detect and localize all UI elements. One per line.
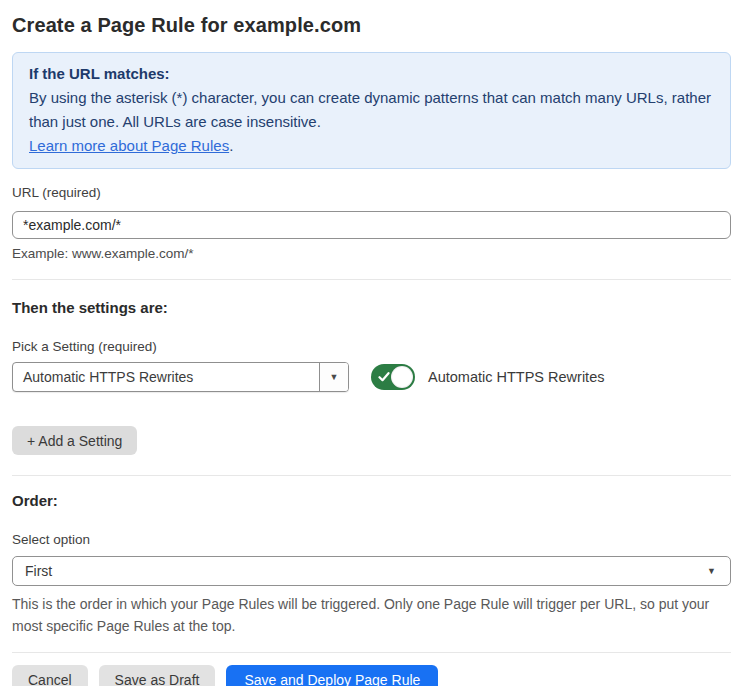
save-and-deploy-button[interactable]: Save and Deploy Page Rule: [226, 665, 438, 686]
page-title: Create a Page Rule for example.com: [12, 14, 731, 37]
cancel-button[interactable]: Cancel: [12, 665, 88, 686]
url-field-label: URL (required): [12, 185, 731, 200]
chevron-down-icon: ▼: [707, 566, 716, 576]
info-box-heading: If the URL matches:: [29, 62, 714, 86]
divider: [12, 652, 731, 653]
setting-toggle[interactable]: [371, 364, 415, 390]
add-setting-button[interactable]: + Add a Setting: [12, 426, 137, 455]
toggle-label: Automatic HTTPS Rewrites: [428, 369, 604, 385]
setting-select-value: Automatic HTTPS Rewrites: [13, 363, 319, 391]
save-as-draft-button[interactable]: Save as Draft: [99, 665, 216, 686]
order-helper-text: This is the order in which your Page Rul…: [12, 593, 718, 637]
settings-section-heading: Then the settings are:: [12, 299, 731, 316]
footer-actions: Cancel Save as Draft Save and Deploy Pag…: [12, 665, 731, 686]
check-icon: [378, 371, 390, 383]
page-rule-form: Create a Page Rule for example.com If th…: [0, 14, 743, 686]
info-box-link-line: Learn more about Page Rules.: [29, 134, 714, 158]
pick-setting-label: Pick a Setting (required): [12, 339, 731, 354]
url-field-helper: Example: www.example.com/*: [12, 246, 731, 261]
setting-select[interactable]: Automatic HTTPS Rewrites ▼: [12, 362, 349, 392]
toggle-knob: [391, 366, 413, 388]
url-input[interactable]: [12, 211, 731, 239]
link-suffix: .: [229, 137, 233, 154]
order-select[interactable]: First ▼: [12, 556, 731, 586]
chevron-down-icon[interactable]: ▼: [319, 363, 348, 391]
divider: [12, 279, 731, 280]
info-box-body: By using the asterisk (*) character, you…: [29, 86, 714, 134]
learn-more-link[interactable]: Learn more about Page Rules: [29, 137, 229, 154]
setting-row: Automatic HTTPS Rewrites ▼ Automatic HTT…: [12, 362, 731, 392]
order-section-heading: Order:: [12, 492, 731, 509]
divider: [12, 475, 731, 476]
order-select-label: Select option: [12, 532, 731, 547]
order-select-value: First: [25, 563, 52, 579]
url-matches-info-box: If the URL matches: By using the asteris…: [12, 52, 731, 169]
